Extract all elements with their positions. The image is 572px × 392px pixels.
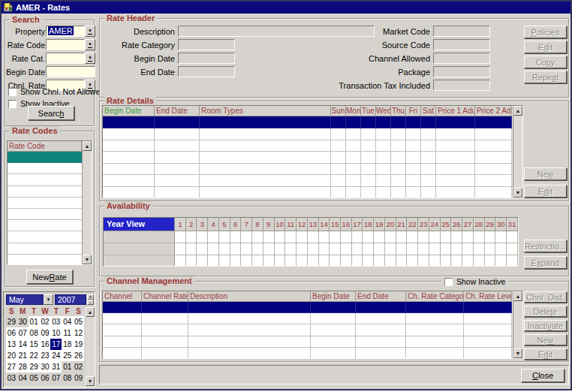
show-inactive-checkbox[interactable] — [8, 100, 17, 108]
table-row[interactable] — [103, 175, 512, 187]
scroll-down-icon[interactable]: ▼ — [513, 188, 522, 198]
policies-button[interactable]: Policies — [524, 26, 567, 38]
rate-code-row[interactable] — [8, 231, 82, 243]
table-row[interactable] — [103, 348, 512, 359]
calendar-day[interactable]: 20 — [6, 350, 17, 361]
calendar-day[interactable]: 18 — [62, 339, 73, 350]
availability-row[interactable] — [104, 255, 518, 267]
calendar-day[interactable]: 30 — [40, 361, 51, 372]
scroll-up-icon[interactable]: ▲ — [86, 307, 95, 317]
calendar-day[interactable]: 02 — [73, 361, 84, 372]
rate-header-market-code-field[interactable] — [433, 26, 490, 37]
scroll-down-icon[interactable]: ▼ — [513, 348, 522, 358]
rate-header-begin-date-field[interactable] — [178, 53, 235, 64]
new-rate-button[interactable]: New Rate — [26, 270, 73, 284]
rate-code-row[interactable] — [8, 198, 82, 209]
calendar-day[interactable]: 13 — [6, 339, 17, 350]
scroll-up-icon[interactable]: ▲ — [513, 106, 522, 116]
edit-button[interactable]: Edit — [524, 41, 567, 53]
calendar-day[interactable]: 24 — [50, 350, 62, 361]
calendar-day-selected[interactable]: 17 — [50, 339, 62, 350]
calendar-day[interactable]: 01 — [29, 316, 40, 327]
calendar-day[interactable]: 05 — [29, 372, 40, 384]
rate-code-row[interactable] — [8, 186, 82, 198]
scroll-down-icon[interactable]: ▼ — [83, 255, 92, 264]
search-button[interactable]: Search — [28, 106, 74, 120]
calendar-day[interactable]: 21 — [17, 350, 29, 361]
show-chnl-not-allowed-checkbox[interactable] — [8, 88, 17, 96]
calendar-day[interactable]: 04 — [62, 316, 73, 327]
scroll-up-icon[interactable]: ▲ — [83, 141, 92, 151]
calendar-day[interactable]: 03 — [6, 372, 17, 384]
selected-row[interactable] — [103, 302, 512, 313]
edit-button[interactable]: Edit — [524, 348, 567, 360]
table-row[interactable] — [103, 164, 512, 176]
rate-code-row[interactable] — [8, 209, 82, 220]
calendar-day[interactable]: 05 — [73, 316, 84, 327]
calendar-day[interactable]: 10 — [50, 327, 62, 339]
rate-header-channel-allowed-field[interactable] — [433, 53, 490, 64]
close-button[interactable]: Close — [521, 369, 564, 382]
scroll-down-icon[interactable]: ▼ — [86, 376, 95, 386]
calendar-scrollbar[interactable]: ▲ ▼ — [86, 307, 95, 386]
calendar-day[interactable]: 09 — [73, 372, 84, 384]
calendar-day[interactable]: 29 — [29, 361, 40, 372]
rate-header-rate-category-field[interactable] — [178, 39, 235, 50]
calendar-day[interactable]: 07 — [17, 327, 29, 339]
chnl-dist-button[interactable]: Chnl. Dist. — [524, 291, 567, 303]
calendar-day[interactable]: 07 — [50, 372, 62, 384]
table-row[interactable] — [103, 187, 512, 198]
calendar-day[interactable]: 25 — [62, 350, 73, 361]
rate-code-row[interactable] — [8, 220, 82, 231]
restrictio-button[interactable]: Restrictio... — [524, 240, 567, 252]
calendar-day[interactable]: 06 — [40, 372, 51, 384]
year-view-header[interactable]: Year View — [104, 218, 175, 231]
year-decrement-button[interactable]: - — [87, 300, 94, 305]
calendar-day[interactable]: 23 — [40, 350, 51, 361]
calendar-day[interactable]: 19 — [73, 339, 84, 350]
calendar-day[interactable]: 04 — [17, 372, 29, 384]
new-button[interactable]: New — [524, 167, 567, 180]
table-row[interactable] — [103, 152, 512, 164]
delete-button[interactable]: Delete — [524, 306, 567, 317]
repeat-button[interactable]: Repeat — [524, 71, 567, 83]
year-field[interactable]: 2007 — [55, 294, 86, 305]
rate-code-row[interactable] — [8, 255, 82, 264]
calendar-day[interactable]: 16 — [40, 339, 51, 350]
table-row[interactable] — [103, 336, 512, 348]
month-select[interactable]: May — [6, 294, 44, 305]
month-dropdown-button[interactable]: ▼ — [44, 294, 53, 305]
calendar-day[interactable]: 12 — [73, 327, 84, 339]
availability-row[interactable] — [104, 243, 518, 255]
rate-code-row[interactable] — [8, 163, 82, 174]
calendar-day[interactable]: 11 — [62, 327, 73, 339]
edit-button[interactable]: Edit — [524, 185, 567, 198]
calendar-day[interactable]: 31 — [50, 361, 62, 372]
calendar-day[interactable]: 22 — [29, 350, 40, 361]
calendar-day[interactable]: 02 — [40, 316, 51, 327]
new-button[interactable]: New — [524, 334, 567, 345]
calendar-day[interactable]: 27 — [6, 361, 17, 372]
inactivate-button[interactable]: Inactivate — [524, 320, 567, 331]
calendar-day[interactable]: 06 — [6, 327, 17, 339]
rate-header-source-code-field[interactable] — [433, 39, 490, 50]
expand-button[interactable]: Expand — [524, 256, 567, 269]
availability-row[interactable] — [104, 231, 518, 243]
rate-codes-scrollbar[interactable]: ▲▼ — [82, 141, 92, 264]
table-row[interactable] — [103, 324, 512, 336]
channel-table-scrollbar[interactable]: ▲ ▼ — [513, 291, 523, 359]
calendar-day[interactable]: 08 — [29, 327, 40, 339]
rate-code-row[interactable] — [8, 174, 82, 185]
calendar-day[interactable]: 03 — [50, 316, 62, 327]
copy-button[interactable]: Copy — [524, 56, 567, 68]
calendar-day[interactable]: 15 — [29, 339, 40, 350]
calendar-day[interactable]: 26 — [73, 350, 84, 361]
calendar-day[interactable]: 30 — [17, 316, 29, 327]
table-row[interactable] — [103, 128, 512, 140]
table-row[interactable] — [103, 140, 512, 152]
rate-details-scrollbar[interactable]: ▲ ▼ — [513, 105, 523, 198]
calendar-day[interactable]: 08 — [62, 372, 73, 384]
table-row[interactable] — [103, 313, 512, 324]
calendar-day[interactable]: 28 — [17, 361, 29, 372]
rate-code-row[interactable] — [8, 152, 82, 163]
